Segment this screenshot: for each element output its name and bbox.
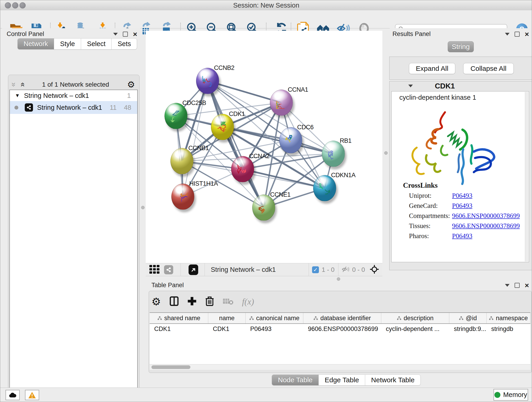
column-header-shared-name[interactable]: shared name <box>150 313 208 323</box>
results-scrollbar[interactable] <box>525 92 528 262</box>
table-cell[interactable]: CDK1 <box>150 324 208 334</box>
tab-network-table[interactable]: Network Table <box>365 375 421 385</box>
node-CDC6[interactable] <box>279 127 302 153</box>
tab-select[interactable]: Select <box>81 38 112 50</box>
tab-edge-table[interactable]: Edge Table <box>318 375 365 385</box>
right-splitter-handle[interactable] <box>384 151 388 155</box>
table-horizontal-scrollbar[interactable] <box>150 364 530 370</box>
crosslink-link[interactable]: 9606.ENSP00000378699 <box>452 212 520 220</box>
tab-sets[interactable]: Sets <box>111 38 137 50</box>
warnings-button[interactable] <box>25 390 39 400</box>
selected-checkbox[interactable]: ✓ <box>312 266 319 273</box>
table-cell[interactable]: CDK1 <box>208 324 246 334</box>
control-panel-menu-icon[interactable] <box>113 33 118 36</box>
table-panel-close-icon[interactable]: × <box>525 283 529 288</box>
table-cell[interactable]: stringdb <box>487 324 530 334</box>
node-CCNB2[interactable] <box>196 68 219 94</box>
control-panel-close-icon[interactable]: × <box>133 32 137 36</box>
tab-network[interactable]: Network <box>17 38 54 50</box>
node-label-CCNB2: CCNB2 <box>214 64 234 71</box>
node-CCNB1[interactable] <box>171 148 193 174</box>
crosslink-label: Uniprot: <box>409 192 431 199</box>
network-canvas[interactable]: CCNB2CCNA1CDC25BCDK1CDC6RB1CCNB1CCNA2CDK… <box>146 31 382 263</box>
crosslink-row: Compartments:9606.ENSP00000378699 <box>392 212 520 222</box>
node-CCNA2[interactable] <box>231 156 254 182</box>
node-label-CDKN1A: CDKN1A <box>331 172 355 179</box>
node-CDK1[interactable] <box>211 114 234 140</box>
network-collection-row[interactable]: ▼ String Network – cdk1 1 <box>10 90 137 101</box>
expand-all-button[interactable]: Expand All <box>409 63 455 74</box>
bottom-splitter-handle[interactable] <box>337 277 340 281</box>
column-header-canonical-name[interactable]: canonical name <box>246 313 303 323</box>
hidden-eye-icon[interactable] <box>342 266 350 274</box>
crosslink-link[interactable]: P06493 <box>452 192 472 199</box>
tab-string[interactable]: String <box>448 41 474 52</box>
results-panel-menu-icon[interactable] <box>505 33 510 36</box>
control-panel-float-icon[interactable] <box>123 32 128 37</box>
network-options-gear-icon[interactable]: ⚙ <box>127 80 135 89</box>
edge-CCNA2-CDKN1A[interactable] <box>243 169 325 188</box>
warning-icon <box>28 392 36 399</box>
delete-column-icon[interactable] <box>205 296 214 307</box>
crosslink-label: Pharos: <box>409 232 429 240</box>
grid-view-icon[interactable] <box>149 265 160 274</box>
node-label-HIST1H1A: HIST1H1A <box>189 180 218 187</box>
protein-collapse-icon[interactable] <box>408 85 413 87</box>
memory-label: Memory <box>503 391 527 399</box>
table-toolbar: ⚙ f(x) <box>152 294 358 309</box>
crosslink-row: GeneCard:P06493 <box>392 202 520 212</box>
collection-expand-icon[interactable]: ▼ <box>15 93 20 99</box>
node-label-CCNA2: CCNA2 <box>249 153 269 160</box>
memory-button[interactable]: Memory <box>494 389 528 401</box>
cloud-icon <box>8 392 17 398</box>
crosslink-label: GeneCard: <box>409 202 438 210</box>
node-CDC25B[interactable] <box>165 103 187 129</box>
scrollbar-thumb[interactable] <box>152 365 190 369</box>
results-button-bar: Expand All Collapse All <box>389 57 532 80</box>
tab-node-table[interactable]: Node Table <box>272 375 319 385</box>
node-HIST1H1A[interactable] <box>171 184 194 210</box>
edge-CCNB2-CCNE1[interactable] <box>208 81 264 208</box>
table-cell[interactable]: P06493 <box>246 324 303 334</box>
tab-style[interactable]: Style <box>54 38 81 50</box>
show-columns-icon[interactable] <box>170 296 179 307</box>
table-cell[interactable]: 9606.ENSP00000378699 <box>303 324 381 334</box>
table-row[interactable]: CDK1CDK1P064939606.ENSP00000378699cyclin… <box>150 324 530 334</box>
column-header--id[interactable]: @id <box>449 313 487 323</box>
title-bar: Session: New Session <box>0 0 532 11</box>
network-row-selected[interactable]: String Network – cdk1 11 48 <box>10 101 137 114</box>
table-cell[interactable]: stringdb:9... <box>449 324 487 334</box>
column-header-name[interactable]: name <box>208 313 246 323</box>
column-header-description[interactable]: description <box>381 313 449 323</box>
cloud-button[interactable] <box>6 390 20 400</box>
results-panel-float-icon[interactable] <box>515 32 520 37</box>
crosslink-link[interactable]: 9606.ENSP00000378699 <box>452 222 520 230</box>
hidden-count: 0 - 0 <box>352 266 365 274</box>
protein-structure-image <box>402 108 498 186</box>
left-splitter-handle[interactable] <box>141 206 145 209</box>
crosslink-link[interactable]: P06493 <box>452 232 472 240</box>
network-view-title: String Network – cdk1 <box>211 266 276 274</box>
table-panel-float-icon[interactable] <box>515 283 520 288</box>
collapse-all-button[interactable]: Collapse All <box>463 63 514 74</box>
table-panel-menu-icon[interactable] <box>505 284 510 287</box>
node-CCNE1[interactable] <box>252 195 275 221</box>
node-RB1[interactable] <box>322 141 345 167</box>
node-label-CDC25B: CDC25B <box>182 99 206 107</box>
network-label: String Network – cdk1 <box>37 104 102 111</box>
results-panel-close-icon[interactable]: × <box>525 32 529 36</box>
selected-count: 1 - 0 <box>322 266 335 274</box>
node-CCNA1[interactable] <box>270 89 293 116</box>
node-CDKN1A[interactable] <box>313 175 336 201</box>
column-header-namespace[interactable]: namespace <box>487 313 530 323</box>
collapse-all-networks-icon[interactable]: » <box>19 83 24 87</box>
crosslink-link[interactable]: P06493 <box>452 202 472 210</box>
crosshair-icon[interactable] <box>370 265 379 274</box>
table-cell[interactable]: cyclin-dependent ... <box>381 324 449 334</box>
detach-view-icon[interactable] <box>189 264 198 275</box>
column-header-database-identifier[interactable]: database identifier <box>303 313 381 323</box>
table-options-gear-icon[interactable]: ⚙ <box>152 295 161 308</box>
expand-all-networks-icon[interactable]: » <box>12 83 17 87</box>
string-view-icon[interactable] <box>164 265 173 274</box>
add-column-icon[interactable] <box>187 297 196 307</box>
